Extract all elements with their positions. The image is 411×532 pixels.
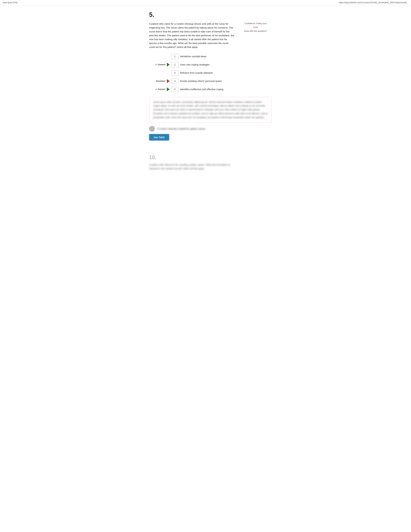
explanation-box: Lorem ipsum dolor sit amet, consectetur … [149,97,271,123]
answer-row: ✓ Correct 2 Uses new coping strategies [149,62,271,67]
question-body: A patient who came for a routine checkup… [149,22,271,49]
answer-row: ✓ Correct 5 Identifies ineffective and e… [149,87,271,92]
answer-row: Incorrect 4 Avoids violating others' per… [149,78,271,84]
answer-row: 1 Verbalizes suicidal ideas [149,54,271,59]
answer-row: 3 Refrains from suicide attempts [149,70,271,76]
page-content: 5. A patient who came for a routine chec… [136,5,275,180]
custom-rationale-text: A custom rationale created for patient c… [157,127,205,131]
answer-status-correct-2: ✓ Correct [149,63,165,66]
browser-bar: Start Quiz| EAQ https://eaq.elsevier.com… [0,0,411,5]
answer-number-4: 4 [171,78,178,84]
confidence-label: Confidence: Pretty sure [244,22,266,25]
answer-text-3: Refrains from suicide attempts [180,71,213,75]
browser-url: https://eaq.elsevier.com/Courses/153180_… [339,1,408,4]
next-question-number: 10. [149,153,271,161]
answers-section: 1 Verbalizes suicidal ideas ✓ Correct 2 … [149,54,271,92]
answer-text-4: Avoids violating others' personal space [180,79,222,83]
answer-number-2: 2 [171,62,178,67]
checkmark-icon-5: ✓ [155,88,157,91]
stats-link[interactable]: Stats [239,26,271,29]
explanation-text: Lorem ipsum dolor sit amet, consectetur … [153,100,268,119]
green-arrow-icon-2 [167,63,170,66]
answer-number-5: 5 [171,87,178,92]
next-question-text: A patient with reference the resulting c… [149,163,239,171]
answer-text-2: Uses new coping strategies [180,63,210,66]
checkmark-icon-2: ✓ [155,63,157,66]
answer-number-3: 3 [171,70,178,76]
answer-status-correct-5: ✓ Correct [149,88,165,91]
see-table-button[interactable]: See Table [149,134,169,141]
question-text: A patient who came for a routine checkup… [149,22,234,49]
answer-number-1: 1 [171,54,178,59]
answer-text-5: Identifies ineffective and effective cop… [180,87,223,91]
question-number: 5. [149,10,271,19]
red-arrow-icon-4 [167,79,170,83]
green-arrow-icon-5 [167,87,170,91]
correct-label-2: Correct [158,63,165,66]
below-explanation: A custom rationale created for patient c… [149,126,271,132]
browser-left-title: Start Quiz| EAQ [3,1,17,4]
question-meta: Confidence: Pretty sure Stats Issue with… [239,22,271,49]
user-avatar-icon [149,126,155,132]
incorrect-label-4: Incorrect [156,79,165,83]
correct-label-5: Correct [158,88,165,91]
issue-label: Issue with this question? [244,30,267,32]
answer-status-incorrect-4: Incorrect [149,79,165,83]
next-question-section: 10. A patient with reference the resulti… [149,153,271,171]
answer-text-1: Verbalizes suicidal ideas [180,55,206,58]
